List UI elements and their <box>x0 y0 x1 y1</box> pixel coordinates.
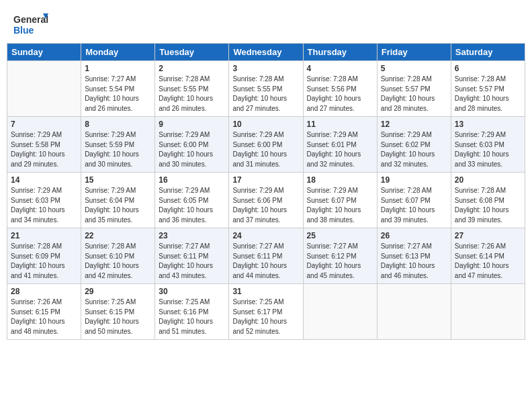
day-info: Sunrise: 7:29 AM Sunset: 5:58 PM Dayligh… <box>11 130 77 169</box>
day-info: Sunrise: 7:28 AM Sunset: 6:07 PM Dayligh… <box>381 186 447 225</box>
day-number: 19 <box>381 175 447 185</box>
day-info: Sunrise: 7:27 AM Sunset: 6:11 PM Dayligh… <box>232 242 299 281</box>
day-info: Sunrise: 7:29 AM Sunset: 6:00 PM Dayligh… <box>232 130 299 169</box>
day-number: 25 <box>307 231 373 240</box>
day-info: Sunrise: 7:28 AM Sunset: 5:56 PM Dayligh… <box>307 75 373 113</box>
day-number: 26 <box>381 231 447 240</box>
day-cell: 19Sunrise: 7:28 AM Sunset: 6:07 PM Dayli… <box>377 173 451 228</box>
day-number: 9 <box>159 120 225 129</box>
day-cell: 31Sunrise: 7:25 AM Sunset: 6:17 PM Dayli… <box>229 284 303 340</box>
day-info: Sunrise: 7:29 AM Sunset: 6:03 PM Dayligh… <box>455 130 521 169</box>
day-number: 30 <box>159 287 225 296</box>
day-number: 27 <box>455 231 521 240</box>
day-cell: 10Sunrise: 7:29 AM Sunset: 6:00 PM Dayli… <box>229 117 303 173</box>
day-info: Sunrise: 7:29 AM Sunset: 6:05 PM Dayligh… <box>159 186 225 225</box>
day-info: Sunrise: 7:28 AM Sunset: 6:09 PM Dayligh… <box>11 242 77 281</box>
day-number: 7 <box>11 120 77 129</box>
day-number: 16 <box>159 175 225 185</box>
day-cell: 22Sunrise: 7:28 AM Sunset: 6:10 PM Dayli… <box>81 228 155 284</box>
day-info: Sunrise: 7:28 AM Sunset: 5:55 PM Dayligh… <box>232 75 299 113</box>
day-info: Sunrise: 7:28 AM Sunset: 5:57 PM Dayligh… <box>455 75 521 113</box>
day-cell: 12Sunrise: 7:29 AM Sunset: 6:02 PM Dayli… <box>377 117 451 173</box>
day-info: Sunrise: 7:29 AM Sunset: 6:04 PM Dayligh… <box>85 186 151 225</box>
day-number: 21 <box>11 231 77 240</box>
day-cell: 20Sunrise: 7:28 AM Sunset: 6:08 PM Dayli… <box>451 173 525 228</box>
day-info: Sunrise: 7:27 AM Sunset: 5:54 PM Dayligh… <box>85 75 151 113</box>
day-number: 2 <box>159 64 225 73</box>
logo-svg: GeneralBlue <box>13 12 54 36</box>
day-cell: 15Sunrise: 7:29 AM Sunset: 6:04 PM Dayli… <box>81 173 155 228</box>
day-info: Sunrise: 7:27 AM Sunset: 6:11 PM Dayligh… <box>159 242 225 281</box>
day-info: Sunrise: 7:28 AM Sunset: 6:10 PM Dayligh… <box>85 242 151 281</box>
day-info: Sunrise: 7:29 AM Sunset: 6:06 PM Dayligh… <box>232 186 299 225</box>
day-number: 12 <box>381 120 447 129</box>
day-number: 6 <box>455 64 521 73</box>
day-cell: 6Sunrise: 7:28 AM Sunset: 5:57 PM Daylig… <box>451 61 525 117</box>
day-info: Sunrise: 7:29 AM Sunset: 5:59 PM Dayligh… <box>85 130 151 169</box>
day-cell: 24Sunrise: 7:27 AM Sunset: 6:11 PM Dayli… <box>229 228 303 284</box>
day-info: Sunrise: 7:29 AM Sunset: 6:07 PM Dayligh… <box>307 186 373 225</box>
day-info: Sunrise: 7:29 AM Sunset: 6:02 PM Dayligh… <box>381 130 447 169</box>
day-info: Sunrise: 7:26 AM Sunset: 6:14 PM Dayligh… <box>455 242 521 281</box>
day-number: 22 <box>85 231 151 240</box>
day-cell <box>303 284 377 340</box>
logo: GeneralBlue <box>13 12 54 36</box>
day-cell: 7Sunrise: 7:29 AM Sunset: 5:58 PM Daylig… <box>7 117 81 173</box>
day-cell: 13Sunrise: 7:29 AM Sunset: 6:03 PM Dayli… <box>451 117 525 173</box>
day-info: Sunrise: 7:29 AM Sunset: 6:00 PM Dayligh… <box>159 130 225 169</box>
weekday-header-friday: Friday <box>377 44 451 61</box>
day-cell: 21Sunrise: 7:28 AM Sunset: 6:09 PM Dayli… <box>7 228 81 284</box>
day-cell: 3Sunrise: 7:28 AM Sunset: 5:55 PM Daylig… <box>229 61 303 117</box>
day-number: 3 <box>232 64 299 73</box>
day-info: Sunrise: 7:26 AM Sunset: 6:15 PM Dayligh… <box>11 298 77 336</box>
day-cell: 30Sunrise: 7:25 AM Sunset: 6:16 PM Dayli… <box>155 284 229 340</box>
day-number: 15 <box>85 175 151 185</box>
week-row-3: 14Sunrise: 7:29 AM Sunset: 6:03 PM Dayli… <box>7 173 525 228</box>
day-info: Sunrise: 7:25 AM Sunset: 6:16 PM Dayligh… <box>159 298 225 336</box>
svg-text:General: General <box>13 14 48 25</box>
day-number: 28 <box>11 287 77 296</box>
day-number: 13 <box>455 120 521 129</box>
day-number: 11 <box>307 120 373 129</box>
day-number: 1 <box>85 64 151 73</box>
svg-text:Blue: Blue <box>13 25 34 36</box>
week-row-1: 1Sunrise: 7:27 AM Sunset: 5:54 PM Daylig… <box>7 61 525 117</box>
day-info: Sunrise: 7:28 AM Sunset: 5:57 PM Dayligh… <box>381 75 447 113</box>
weekday-header-monday: Monday <box>81 44 155 61</box>
day-number: 24 <box>232 231 299 240</box>
day-info: Sunrise: 7:27 AM Sunset: 6:12 PM Dayligh… <box>307 242 373 281</box>
day-info: Sunrise: 7:28 AM Sunset: 5:55 PM Dayligh… <box>159 75 225 113</box>
day-number: 18 <box>307 175 373 185</box>
day-cell <box>7 61 81 117</box>
day-cell: 5Sunrise: 7:28 AM Sunset: 5:57 PM Daylig… <box>377 61 451 117</box>
day-number: 20 <box>455 175 521 185</box>
day-number: 10 <box>232 120 299 129</box>
weekday-header-tuesday: Tuesday <box>155 44 229 61</box>
day-cell: 16Sunrise: 7:29 AM Sunset: 6:05 PM Dayli… <box>155 173 229 228</box>
day-cell: 11Sunrise: 7:29 AM Sunset: 6:01 PM Dayli… <box>303 117 377 173</box>
day-info: Sunrise: 7:28 AM Sunset: 6:08 PM Dayligh… <box>455 186 521 225</box>
day-cell: 8Sunrise: 7:29 AM Sunset: 5:59 PM Daylig… <box>81 117 155 173</box>
day-info: Sunrise: 7:29 AM Sunset: 6:03 PM Dayligh… <box>11 186 77 225</box>
day-info: Sunrise: 7:25 AM Sunset: 6:17 PM Dayligh… <box>232 298 299 336</box>
week-row-5: 28Sunrise: 7:26 AM Sunset: 6:15 PM Dayli… <box>7 284 525 340</box>
day-cell: 27Sunrise: 7:26 AM Sunset: 6:14 PM Dayli… <box>451 228 525 284</box>
day-cell: 2Sunrise: 7:28 AM Sunset: 5:55 PM Daylig… <box>155 61 229 117</box>
weekday-header-thursday: Thursday <box>303 44 377 61</box>
day-cell <box>451 284 525 340</box>
day-info: Sunrise: 7:29 AM Sunset: 6:01 PM Dayligh… <box>307 130 373 169</box>
day-number: 17 <box>232 175 299 185</box>
weekday-header-saturday: Saturday <box>451 44 525 61</box>
day-cell: 25Sunrise: 7:27 AM Sunset: 6:12 PM Dayli… <box>303 228 377 284</box>
day-number: 23 <box>159 231 225 240</box>
day-cell <box>377 284 451 340</box>
week-row-2: 7Sunrise: 7:29 AM Sunset: 5:58 PM Daylig… <box>7 117 525 173</box>
day-cell: 29Sunrise: 7:25 AM Sunset: 6:15 PM Dayli… <box>81 284 155 340</box>
calendar-table: SundayMondayTuesdayWednesdayThursdayFrid… <box>7 43 525 340</box>
week-row-4: 21Sunrise: 7:28 AM Sunset: 6:09 PM Dayli… <box>7 228 525 284</box>
day-cell: 23Sunrise: 7:27 AM Sunset: 6:11 PM Dayli… <box>155 228 229 284</box>
day-cell: 9Sunrise: 7:29 AM Sunset: 6:00 PM Daylig… <box>155 117 229 173</box>
day-number: 29 <box>85 287 151 296</box>
day-cell: 26Sunrise: 7:27 AM Sunset: 6:13 PM Dayli… <box>377 228 451 284</box>
day-cell: 14Sunrise: 7:29 AM Sunset: 6:03 PM Dayli… <box>7 173 81 228</box>
